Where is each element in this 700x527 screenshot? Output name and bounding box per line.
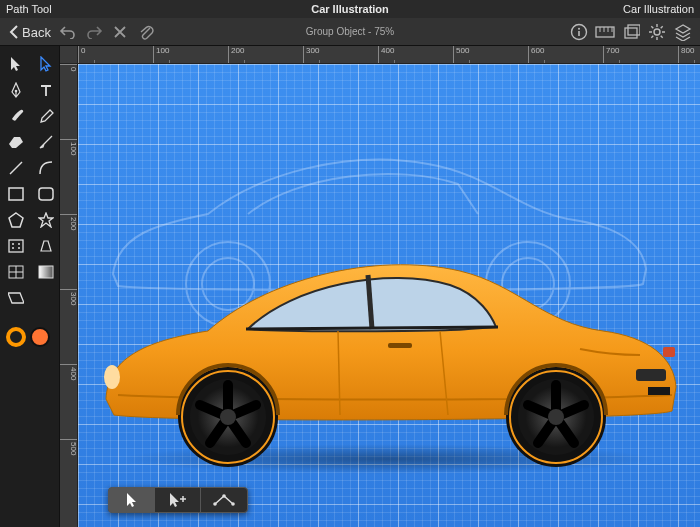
cursor-plus-icon xyxy=(168,492,188,508)
svg-point-36 xyxy=(231,502,235,506)
perspective-icon xyxy=(38,239,54,253)
shear-icon xyxy=(8,291,24,305)
tool-knife[interactable] xyxy=(32,130,60,154)
ruler-tick: 400 xyxy=(378,46,394,64)
tool-empty xyxy=(32,286,60,310)
tool-select[interactable] xyxy=(2,52,30,76)
tool-shear[interactable] xyxy=(2,286,30,310)
svg-marker-10 xyxy=(9,213,23,227)
knife-icon xyxy=(38,134,54,150)
ruler-horizontal[interactable]: 0100200300400500600700800 xyxy=(78,46,700,64)
tool-rounded-rect[interactable] xyxy=(32,182,60,206)
layers-button[interactable] xyxy=(670,19,696,45)
svg-rect-9 xyxy=(39,188,53,200)
tool-line[interactable] xyxy=(2,156,30,180)
node-corner-icon xyxy=(213,494,235,506)
pencil-icon xyxy=(38,108,54,124)
ruler-tick: 100 xyxy=(60,139,78,155)
tool-brush[interactable] xyxy=(2,104,30,128)
svg-rect-26 xyxy=(388,343,412,348)
canvas[interactable] xyxy=(78,64,700,527)
svg-point-7 xyxy=(15,90,18,93)
ruler-tick: 200 xyxy=(60,214,78,230)
tool-polygon[interactable] xyxy=(2,208,30,232)
layers-icon xyxy=(674,23,692,41)
ruler-vertical[interactable]: 0100200300400500 xyxy=(60,64,78,527)
svg-point-35 xyxy=(213,502,217,506)
svg-point-13 xyxy=(12,243,14,245)
cursor-outline-icon xyxy=(39,56,53,72)
tool-artboard[interactable] xyxy=(32,234,60,258)
ruler-tick: 300 xyxy=(303,46,319,64)
svg-point-16 xyxy=(18,247,20,249)
ruler-tick: 200 xyxy=(228,46,244,64)
svg-point-37 xyxy=(222,494,226,498)
ruler-tick: 500 xyxy=(453,46,469,64)
ruler-toggle-button[interactable] xyxy=(592,19,618,45)
cursor-icon xyxy=(125,492,139,508)
ruler-tick: 0 xyxy=(78,46,85,64)
tool-gradient[interactable] xyxy=(32,260,60,284)
path-mode-add-point[interactable] xyxy=(155,488,201,512)
tool-table[interactable] xyxy=(2,260,30,284)
tool-star[interactable] xyxy=(32,208,60,232)
svg-rect-25 xyxy=(663,347,675,357)
ruler-tick: 500 xyxy=(60,439,78,455)
ruler-tick: 100 xyxy=(153,46,169,64)
ruler-corner xyxy=(60,46,78,64)
svg-point-30 xyxy=(220,409,236,425)
ruler-tick: 300 xyxy=(60,289,78,305)
svg-point-1 xyxy=(578,28,580,30)
grid-icon xyxy=(8,265,24,279)
svg-rect-2 xyxy=(578,31,580,36)
ruler-tick: 0 xyxy=(60,64,78,71)
svg-rect-3 xyxy=(596,27,614,37)
tool-arc[interactable] xyxy=(32,156,60,180)
path-mode-pointer[interactable] xyxy=(109,488,155,512)
path-mode-convert[interactable] xyxy=(201,488,247,512)
svg-rect-23 xyxy=(636,369,666,381)
ruler-tick: 600 xyxy=(528,46,544,64)
ruler-icon xyxy=(595,26,615,38)
tool-pencil[interactable] xyxy=(32,104,60,128)
document-title-right: Car Illustration xyxy=(623,0,694,18)
stroke-color-swatch[interactable] xyxy=(6,327,26,347)
color-swatches xyxy=(6,327,50,347)
tool-eraser[interactable] xyxy=(2,130,30,154)
car-illustration[interactable] xyxy=(88,219,688,479)
document-title-center: Car Illustration xyxy=(0,0,700,18)
tool-rect[interactable] xyxy=(2,182,30,206)
artboards-button[interactable] xyxy=(618,19,644,45)
line-icon xyxy=(8,160,24,176)
svg-point-6 xyxy=(654,29,660,35)
gradient-icon xyxy=(38,265,54,279)
svg-point-24 xyxy=(104,365,120,389)
path-mode-toolbar xyxy=(108,487,248,513)
settings-button[interactable] xyxy=(644,19,670,45)
fill-color-swatch[interactable] xyxy=(30,327,50,347)
info-icon xyxy=(570,23,588,41)
film-icon xyxy=(8,239,24,253)
pen-icon xyxy=(9,82,23,98)
svg-rect-8 xyxy=(9,188,23,200)
tool-column xyxy=(0,46,60,527)
polygon-icon xyxy=(8,212,24,228)
svg-rect-5 xyxy=(628,25,640,35)
text-icon xyxy=(39,83,53,97)
svg-rect-12 xyxy=(9,240,23,252)
star-icon xyxy=(38,212,54,228)
svg-rect-18 xyxy=(39,266,53,278)
tool-pen[interactable] xyxy=(2,78,30,102)
eraser-icon xyxy=(8,135,24,149)
main-toolbar: Back Group Object - 75% xyxy=(0,18,700,46)
tool-symbol[interactable] xyxy=(2,234,30,258)
svg-point-15 xyxy=(12,247,14,249)
gear-icon xyxy=(648,23,666,41)
rounded-rect-icon xyxy=(38,187,54,201)
info-button[interactable] xyxy=(566,19,592,45)
tool-text[interactable] xyxy=(32,78,60,102)
ruler-tick: 800 xyxy=(678,46,694,64)
rect-icon xyxy=(8,187,24,201)
tool-direct-select[interactable] xyxy=(32,52,60,76)
svg-marker-11 xyxy=(39,213,53,227)
